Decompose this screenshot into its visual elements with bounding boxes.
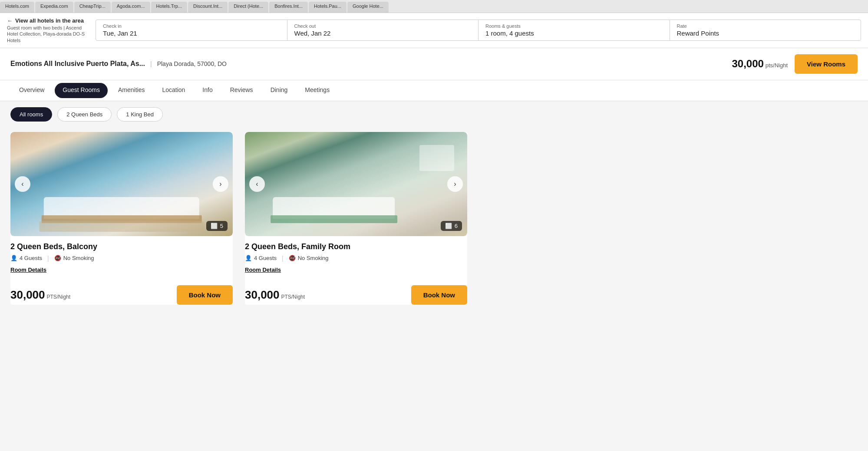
room1-image-count-badge: ⬜ 5 [206, 221, 228, 231]
room1-image-count: 5 [220, 223, 223, 229]
room2-price: 30,000 PTS/Night [245, 288, 305, 302]
room1-meta: 👤 4 Guests | 🚭 No Smoking [10, 255, 233, 262]
room1-carousel-next[interactable]: › [213, 176, 228, 192]
rooms-guests-label: Rooms & guests [485, 23, 663, 29]
rate-label: Rate [677, 23, 854, 29]
room2-pts-value: 30,000 [245, 288, 280, 301]
tab-location[interactable]: Location [153, 80, 194, 101]
tab-meetings[interactable]: Meetings [296, 80, 338, 101]
checkout-value: Wed, Jan 22 [294, 30, 472, 37]
tab-hotels-pau[interactable]: Hotels.Pau... [309, 2, 347, 13]
room1-meta-divider: | [47, 255, 49, 262]
hotel-bar: Emotions All Inclusive Puerto Plata, As.… [0, 48, 868, 80]
hotel-location: Playa Dorada, 57000, DO [157, 60, 227, 67]
tab-direct-hotel[interactable]: Direct (Hote... [228, 2, 268, 13]
chevron-left-icon-2: ‹ [256, 180, 258, 188]
view-rooms-button[interactable]: View Rooms [795, 54, 858, 74]
room2-smoking: 🚭 No Smoking [289, 255, 329, 261]
hotel-name: Emotions All Inclusive Puerto Plata, As.… [10, 60, 145, 68]
tab-overview[interactable]: Overview [10, 80, 53, 101]
search-bar: ← View all hotels in the area Guest room… [0, 13, 868, 48]
room1-price: 30,000 PTS/Night [10, 288, 70, 302]
room-image-container-2: ‹ › ⬜ 6 [245, 132, 467, 236]
smoking-icon-1: 🚭 [54, 255, 61, 261]
back-navigation[interactable]: ← View all hotels in the area Guest room… [7, 17, 85, 43]
chevron-left-icon: ‹ [21, 180, 23, 188]
room1-guests: 👤 4 Guests [10, 255, 42, 261]
navigation-tabs: Overview Guest Rooms Amenities Location … [0, 80, 868, 101]
room2-details: 2 Queen Beds, Family Room 👤 4 Guests | 🚭… [245, 236, 467, 305]
hotel-location-separator: | [150, 60, 152, 67]
tab-guest-rooms[interactable]: Guest Rooms [55, 83, 108, 98]
tab-discount[interactable]: Discount.Int... [188, 2, 228, 13]
room1-smoking-value: No Smoking [63, 255, 94, 261]
tab-reviews[interactable]: Reviews [221, 80, 262, 101]
room1-pricing: 30,000 PTS/Night Book Now [10, 285, 233, 305]
smoking-icon-2: 🚭 [289, 255, 296, 261]
room1-pts-value: 30,000 [10, 288, 45, 301]
room2-meta-divider: | [282, 255, 284, 262]
back-arrow-icon: ← [7, 17, 13, 24]
room1-guests-value: 4 Guests [20, 255, 42, 261]
tab-agoda[interactable]: Agoda.com... [112, 2, 150, 13]
tab-amenities[interactable]: Amenities [109, 80, 153, 101]
rooms-guests-field[interactable]: Rooms & guests 1 room, 4 guests [479, 20, 670, 40]
room2-smoking-value: No Smoking [298, 255, 329, 261]
checkin-label: Check in [103, 23, 280, 29]
browser-tab-bar: Hotels.com Expedia.com CheapTrip... Agod… [0, 0, 868, 13]
tab-dining[interactable]: Dining [262, 80, 297, 101]
chevron-right-icon-2: › [454, 180, 456, 188]
hotel-pts-unit: pts/Night [766, 62, 788, 69]
room1-pts-unit: PTS/Night [46, 294, 70, 300]
tab-hotels-com[interactable]: Hotels.com [0, 2, 34, 13]
person-icon-2: 👤 [245, 255, 252, 261]
room-card-2: ‹ › ⬜ 6 2 Queen Beds, Family Room 👤 [245, 132, 467, 305]
search-fields-container: Check in Tue, Jan 21 Check out Wed, Jan … [96, 20, 861, 41]
tab-hotels-trp[interactable]: Hotels.Trp... [151, 2, 188, 13]
back-subtitle: Guest room with two beds | Ascend Hotel … [7, 25, 85, 43]
tab-expedia[interactable]: Expedia.com [35, 2, 73, 13]
room1-smoking: 🚭 No Smoking [54, 255, 94, 261]
hotel-pts-value: 30,000 [732, 58, 763, 69]
tab-google-hotels[interactable]: Google Hote... [347, 2, 389, 13]
room2-meta: 👤 4 Guests | 🚭 No Smoking [245, 255, 467, 262]
room1-carousel-prev[interactable]: ‹ [15, 176, 30, 192]
rooms-guests-value: 1 room, 4 guests [485, 30, 663, 37]
tab-cheaptrip[interactable]: CheapTrip... [74, 2, 111, 13]
hotel-price: 30,000 pts/Night [732, 58, 788, 70]
room2-book-button[interactable]: Book Now [411, 285, 467, 305]
room2-guests-value: 4 Guests [254, 255, 277, 261]
room1-book-button[interactable]: Book Now [177, 285, 233, 305]
rate-field[interactable]: Rate Reward Points [670, 20, 861, 40]
room1-details: 2 Queen Beds, Balcony 👤 4 Guests | 🚭 No … [10, 236, 233, 305]
rooms-grid: ‹ › ⬜ 5 2 Queen Beds, Balcony 👤 [0, 122, 478, 315]
room-card-1: ‹ › ⬜ 5 2 Queen Beds, Balcony 👤 [10, 132, 233, 305]
room2-image-count-badge: ⬜ 6 [441, 221, 462, 231]
room2-pricing: 30,000 PTS/Night Book Now [245, 285, 467, 305]
tab-info[interactable]: Info [194, 80, 221, 101]
room2-details-link[interactable]: Room Details [245, 267, 281, 273]
filter-all-rooms[interactable]: All rooms [10, 107, 52, 122]
filter-2-queen[interactable]: 2 Queen Beds [57, 107, 112, 122]
room2-carousel-prev[interactable]: ‹ [249, 176, 265, 192]
checkin-field[interactable]: Check in Tue, Jan 21 [96, 20, 287, 40]
back-link[interactable]: ← View all hotels in the area [7, 17, 85, 24]
room2-title: 2 Queen Beds, Family Room [245, 242, 467, 251]
room-image-container-1: ‹ › ⬜ 5 [10, 132, 233, 236]
image-icon-2: ⬜ [445, 223, 452, 229]
hotel-info: Emotions All Inclusive Puerto Plata, As.… [10, 60, 227, 68]
checkin-value: Tue, Jan 21 [103, 30, 280, 37]
room2-carousel-next[interactable]: › [447, 176, 463, 192]
back-link-label: View all hotels in the area [15, 17, 84, 24]
room1-details-link[interactable]: Room Details [10, 267, 46, 273]
checkout-label: Check out [294, 23, 472, 29]
room2-guests: 👤 4 Guests [245, 255, 277, 261]
person-icon-1: 👤 [10, 255, 17, 261]
chevron-right-icon: › [219, 180, 221, 188]
tab-bonfires[interactable]: Bonfires.Int... [269, 2, 308, 13]
hotel-price-area: 30,000 pts/Night View Rooms [732, 54, 858, 74]
checkout-field[interactable]: Check out Wed, Jan 22 [287, 20, 479, 40]
room1-title: 2 Queen Beds, Balcony [10, 242, 233, 251]
image-icon-1: ⬜ [211, 223, 218, 229]
filter-1-king[interactable]: 1 King Bed [117, 107, 163, 122]
